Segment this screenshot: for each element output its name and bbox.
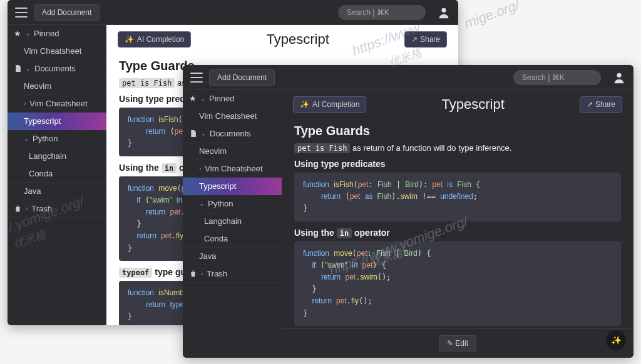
- code-block-1: function isFish(pet: Fish | Bird): pet i…: [294, 173, 621, 221]
- document-icon: [14, 64, 22, 73]
- edit-button[interactable]: ✎ Edit: [439, 335, 476, 351]
- sidebar-python-header[interactable]: ⌄Python: [183, 195, 282, 213]
- share-button[interactable]: ↗Share: [580, 96, 622, 113]
- sidebar-item-vim-cheatsheet[interactable]: Vim Cheatsheet: [8, 43, 106, 60]
- heading-type-guards: Type Guards: [294, 124, 621, 138]
- sidebar-pinned-header[interactable]: ★⌄Pinned: [8, 25, 106, 43]
- sidebar: ★⌄Pinned Vim Cheatsheet ⌄Documents Neovi…: [8, 25, 106, 325]
- sidebar-item-langchain[interactable]: Langchain: [8, 148, 106, 165]
- sidebar-item-vim-cheatsheet-2[interactable]: ›Vim Cheatsheet: [183, 160, 282, 178]
- trash-icon: [14, 205, 22, 213]
- code-block-2: function move(pet: Fish | Bird) { if ("s…: [294, 241, 621, 326]
- sidebar-item-vim-cheatsheet-2[interactable]: ›Vim Cheatsheet: [8, 95, 106, 113]
- sparkle-icon: ✨: [125, 35, 134, 44]
- description: pet is Fish as return of a function will…: [294, 143, 621, 153]
- wand-icon: ✨: [611, 335, 622, 345]
- add-document-button[interactable]: Add Document: [34, 4, 100, 21]
- subheading-in: Using the in operator: [294, 228, 621, 238]
- document-icon: [189, 129, 197, 138]
- sidebar-item-typescript[interactable]: Typescript: [183, 178, 282, 195]
- sidebar: ★⌄Pinned Vim Cheatsheet ⌄Documents Neovi…: [183, 90, 282, 358]
- subheading-predicates: Using type predicates: [294, 159, 621, 169]
- sidebar-documents-header[interactable]: ⌄Documents: [8, 60, 106, 78]
- sidebar-item-vim-cheatsheet[interactable]: Vim Cheatsheet: [183, 108, 282, 125]
- add-document-button[interactable]: Add Document: [209, 69, 275, 86]
- sidebar-trash-header[interactable]: ›Trash: [8, 200, 106, 218]
- trash-icon: [189, 270, 197, 278]
- edit-icon: ✎: [447, 339, 453, 348]
- ai-completion-button[interactable]: ✨AI Completion: [118, 31, 191, 48]
- svg-point-0: [441, 8, 446, 12]
- edit-bar: ✎ Edit: [282, 328, 633, 358]
- svg-point-1: [617, 73, 621, 77]
- sidebar-item-java[interactable]: Java: [8, 183, 106, 200]
- search-input[interactable]: Search | ⌘K: [338, 5, 426, 20]
- ai-completion-button[interactable]: ✨AI Completion: [293, 96, 366, 113]
- sidebar-python-header[interactable]: ⌄Python: [8, 130, 106, 148]
- watermark: mige.org/: [462, 0, 521, 32]
- document-title: Typescript: [197, 31, 398, 48]
- sparkle-icon: ✨: [300, 100, 309, 109]
- search-input[interactable]: Search | ⌘K: [513, 70, 601, 85]
- star-icon: ★: [189, 94, 197, 103]
- sidebar-pinned-header[interactable]: ★⌄Pinned: [183, 90, 282, 108]
- user-icon[interactable]: [437, 6, 451, 19]
- user-icon[interactable]: [612, 71, 626, 84]
- share-icon: ↗: [411, 35, 418, 44]
- document-content-dark: ✨AI Completion Typescript ↗Share Type Gu…: [282, 90, 633, 358]
- sidebar-item-langchain[interactable]: Langchain: [183, 213, 282, 230]
- sidebar-documents-header[interactable]: ⌄Documents: [183, 125, 282, 143]
- menu-icon[interactable]: [190, 73, 203, 83]
- topbar: Add Document Search | ⌘K: [183, 65, 633, 90]
- share-button[interactable]: ↗Share: [404, 31, 447, 48]
- star-icon: ★: [14, 29, 21, 38]
- menu-icon[interactable]: [15, 8, 28, 18]
- sidebar-item-conda[interactable]: Conda: [183, 230, 282, 248]
- sidebar-item-neovim[interactable]: Neovim: [183, 143, 282, 160]
- sidebar-item-neovim[interactable]: Neovim: [8, 78, 106, 95]
- share-icon: ↗: [587, 100, 593, 109]
- fab-button[interactable]: ✨: [606, 330, 626, 350]
- sidebar-item-java[interactable]: Java: [183, 248, 282, 265]
- sidebar-item-conda[interactable]: Conda: [8, 165, 106, 183]
- topbar: Add Document Search | ⌘K: [8, 0, 458, 25]
- document-title: Typescript: [372, 96, 573, 113]
- sidebar-trash-header[interactable]: ›Trash: [183, 265, 282, 283]
- sidebar-item-typescript[interactable]: Typescript: [8, 113, 106, 130]
